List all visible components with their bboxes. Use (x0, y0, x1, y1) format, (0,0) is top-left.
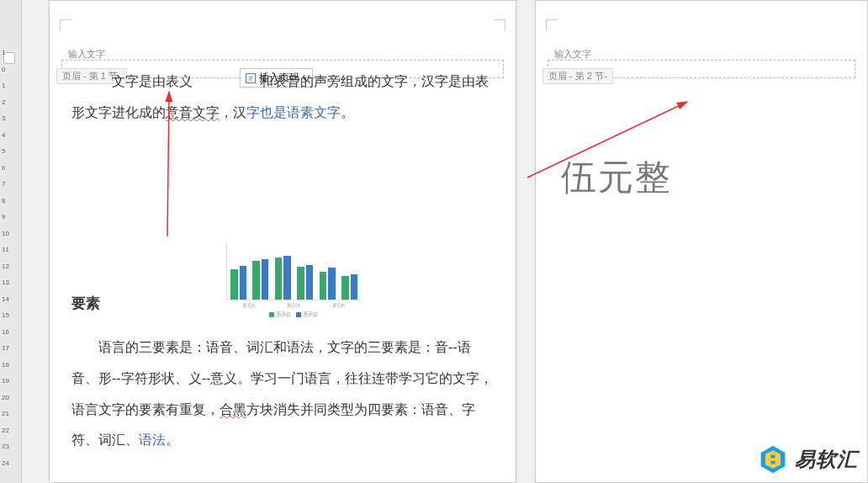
ruler-tick: 15 (2, 311, 20, 319)
page2-large-text[interactable]: 伍元整 (561, 154, 672, 201)
svg-rect-5 (770, 461, 775, 464)
paragraph-1[interactable]: 占位占文字是由表义占位占位占和表音的声旁组成的文字，汉字是由表形文字进化成的意音… (71, 66, 494, 129)
margin-corner (494, 19, 505, 31)
ruler-tick: 2 (2, 98, 20, 106)
ruler-tick: 14 (2, 295, 20, 303)
vertical-ruler: 1012345678910111213141516171819202122232… (0, 0, 22, 483)
ruler-tick: 0 (2, 66, 20, 73)
ruler-tick: 1 (2, 49, 20, 56)
ruler-tick: 1 (2, 82, 20, 89)
ruler-tick: 21 (2, 410, 20, 417)
ruler-tick: 6 (2, 164, 20, 172)
svg-marker-3 (765, 450, 781, 469)
ruler-tick: 5 (2, 147, 20, 155)
document-page-1: 输入文字 页眉 - 第 1 节- # 插入页码 ▾ 占位占文字是由表义占位占位占… (49, 0, 516, 483)
ruler-tick: 3 (2, 114, 20, 122)
ruler-tick: 17 (2, 344, 20, 352)
ruler-tick: 16 (2, 328, 20, 336)
watermark-logo: 易软汇 (758, 444, 858, 475)
ruler-tick: 19 (2, 377, 20, 385)
ruler-tick: 24 (2, 459, 20, 467)
ruler-tick: 18 (2, 361, 20, 369)
header-placeholder[interactable]: 输入文字 (554, 48, 591, 61)
ruler-tick: 12 (2, 263, 20, 270)
logo-icon (758, 444, 788, 475)
ruler-tick: 8 (2, 197, 20, 204)
header-placeholder[interactable]: 输入文字 (68, 48, 105, 61)
ruler-tick: 9 (2, 213, 20, 220)
ruler-tick: 4 (2, 131, 20, 139)
ruler-tick: 13 (2, 279, 20, 286)
ruler-tick: 7 (2, 180, 20, 188)
ruler-tick: 10 (2, 230, 20, 237)
ruler-tick: 22 (2, 427, 20, 434)
ruler-tick: 11 (2, 246, 20, 253)
logo-text: 易软汇 (795, 446, 858, 473)
paragraph-2[interactable]: 语言的三要素是：语音、词汇和语法，文字的三要素是：音--语音、形--字符形状、义… (71, 332, 494, 456)
svg-rect-4 (770, 455, 775, 459)
margin-corner (60, 19, 71, 31)
ruler-tick: 20 (2, 394, 20, 401)
heading-elements[interactable]: 要素 (71, 287, 494, 320)
document-page-2: 输入文字 页眉 - 第 2 节- 伍元整 (535, 0, 868, 483)
header-section-tag-2: 页眉 - 第 2 节- (542, 68, 613, 84)
ruler-tick: 23 (2, 443, 20, 450)
margin-corner (546, 19, 558, 31)
